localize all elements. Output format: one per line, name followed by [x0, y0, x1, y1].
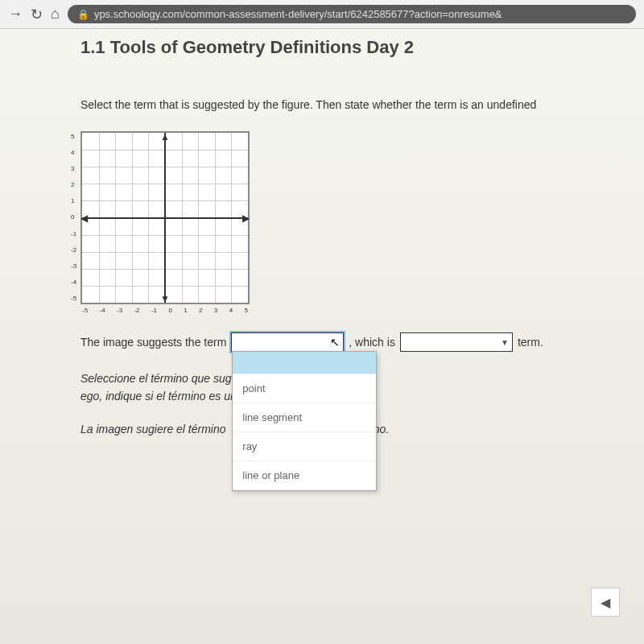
page-title: 1.1 Tools of Geometry Definitions Day 2	[80, 37, 564, 58]
graph-grid: ▲ ▼ ◀ ▶	[82, 133, 248, 303]
dropdown-option-line-or-plane[interactable]: line or plane	[233, 461, 376, 490]
arrow-left-icon: ◀	[80, 213, 88, 224]
chevron-left-icon: ◀	[601, 595, 610, 610]
dropdown-list: point line segment ray line or plane	[232, 351, 377, 491]
arrow-down-icon: ▼	[160, 293, 170, 304]
lock-icon: 🔒	[77, 9, 89, 20]
home-icon[interactable]: ⌂	[51, 6, 60, 23]
chevron-down-icon: ▼	[501, 338, 509, 347]
cursor-icon: ↖	[330, 336, 340, 349]
x-axis-labels: -5 -4 -3 -2 -1 0 1 2 3 4 5	[82, 307, 248, 314]
prev-button[interactable]: ◀	[591, 588, 620, 617]
sentence1-part1: The image suggests the term	[80, 336, 226, 349]
y-axis-labels: 5 4 3 2 1 0 -1 -2 -3 -4 -5	[71, 133, 76, 303]
content-area: 1.1 Tools of Geometry Definitions Day 2 …	[0, 29, 644, 641]
sentence1-part2: , which is	[349, 336, 395, 349]
reload-icon[interactable]: ↻	[31, 6, 43, 23]
dropdown-option-blank[interactable]	[233, 352, 376, 374]
arrow-right-icon: ▶	[242, 213, 250, 224]
browser-toolbar: → ↻ ⌂ 🔒 yps.schoology.com/common-assessm…	[0, 0, 644, 29]
arrow-up-icon: ▲	[160, 131, 170, 142]
forward-icon[interactable]: →	[8, 6, 23, 23]
url-bar[interactable]: 🔒 yps.schoology.com/common-assessment-de…	[68, 5, 636, 23]
url-text: yps.schoology.com/common-assessment-deli…	[94, 8, 502, 20]
dropdown-option-ray[interactable]: ray	[233, 432, 376, 461]
dropdown-option-point[interactable]: point	[233, 374, 376, 403]
term-dropdown[interactable]: ↖ point line segment ray line or plane	[231, 332, 344, 352]
dropdown-option-line-segment[interactable]: line segment	[233, 403, 376, 432]
coordinate-graph: ▲ ▼ ◀ ▶ 5 4 3 2 1 0 -1 -2 -3 -4 -5 -5 -4…	[80, 131, 250, 304]
sentence1-part3: term.	[518, 336, 543, 349]
sentence3-part1: La imagen sugiere el término	[80, 423, 226, 436]
type-dropdown[interactable]: ▼	[400, 332, 513, 352]
answer-sentence-1: The image suggests the term ↖ point line…	[80, 332, 564, 352]
sentence2-part1: Seleccione el término que sug	[80, 372, 232, 385]
x-axis	[82, 217, 248, 219]
question-text: Select the term that is suggested by the…	[80, 98, 564, 111]
